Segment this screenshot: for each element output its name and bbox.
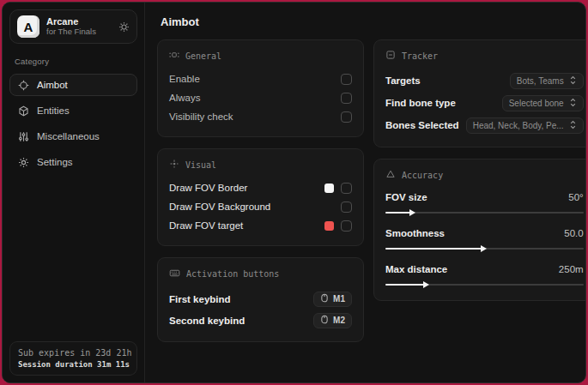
- sidebar: A Arcane for The Finals Category: [3, 3, 145, 382]
- setting-label: Targets: [385, 75, 503, 86]
- setting-row-fov-border: Draw FOV Border: [169, 178, 352, 197]
- slider-label: FOV size: [385, 192, 568, 202]
- unfold-icon: [569, 75, 577, 87]
- dropdown-value: Selected bone: [509, 99, 564, 108]
- mouse-icon: [320, 293, 329, 304]
- setting-row-bones-selected: Bones Selected Head, Neck, Body, Pe...: [385, 114, 584, 136]
- brand-subtitle: for The Finals: [46, 27, 112, 37]
- second-keybind-button[interactable]: M2: [313, 313, 352, 328]
- grid-handle-icon: [169, 50, 179, 62]
- subscription-card: Sub expires in 23d 21h Session duration …: [9, 341, 137, 376]
- keybind-value: M2: [333, 316, 345, 325]
- card-title-label: Tracker: [402, 51, 438, 61]
- slider-value: 50°: [568, 192, 583, 202]
- color-swatch[interactable]: [324, 183, 334, 193]
- fov-size-slider-block: FOV size 50°: [385, 189, 584, 216]
- smoothness-slider-block: Smoothness 50.0: [385, 225, 584, 252]
- setting-row-targets: Targets Bots, Teams: [385, 69, 584, 92]
- fov-background-checkbox[interactable]: [341, 202, 352, 213]
- sub-expires-text: Sub expires in 23d 21h: [18, 348, 129, 358]
- setting-label: Draw FOV target: [169, 220, 318, 231]
- setting-row-enable: Enable: [169, 69, 352, 88]
- unfold-icon: [569, 98, 577, 109]
- slider-thumb[interactable]: [423, 281, 429, 288]
- gear-icon: [18, 157, 29, 168]
- unfold-icon: [569, 120, 577, 131]
- max-distance-slider[interactable]: [385, 280, 584, 288]
- brand-name: Arcane: [46, 16, 112, 27]
- mouse-icon: [320, 315, 329, 326]
- bones-selected-dropdown[interactable]: Head, Neck, Body, Pe...: [466, 117, 584, 134]
- slider-value: 250m: [559, 264, 584, 274]
- setting-label: Draw FOV Border: [169, 183, 318, 193]
- sidebar-item-label: Aimbot: [37, 80, 68, 90]
- category-label: Category: [15, 57, 132, 66]
- setting-label: Draw FOV Background: [169, 202, 334, 212]
- page-title: Aimbot: [161, 15, 573, 28]
- sidebar-item-entities[interactable]: Entities: [9, 99, 137, 122]
- keybind-value: M1: [333, 294, 345, 304]
- session-duration-text: Session duration 31m 11s: [18, 360, 129, 369]
- sliders-icon: [18, 131, 29, 142]
- setting-row-always: Always: [169, 88, 352, 107]
- crosshair-icon: [18, 80, 29, 91]
- setting-row-visibility-check: Visibility check: [169, 107, 352, 126]
- card-title-label: General: [185, 51, 221, 61]
- accuracy-card: Accuracy FOV size 50°: [373, 159, 585, 301]
- slider-thumb[interactable]: [409, 209, 415, 216]
- visibility-check-checkbox[interactable]: [341, 111, 352, 123]
- setting-label: Always: [169, 93, 334, 103]
- setting-row-fov-background: Draw FOV Background: [169, 197, 352, 216]
- fov-target-checkbox[interactable]: [341, 220, 352, 232]
- general-card: General Enable Always Visibility check: [157, 39, 364, 137]
- setting-row-find-bone-type: Find bone type Selected bone: [385, 92, 584, 114]
- first-keybind-button[interactable]: M1: [313, 292, 352, 307]
- visual-card: Visual Draw FOV Border Draw FOV Backgrou…: [157, 148, 364, 246]
- slider-value: 50.0: [564, 228, 583, 238]
- setting-label: Find bone type: [385, 98, 495, 108]
- card-title-label: Visual: [185, 160, 216, 170]
- find-bone-type-dropdown[interactable]: Selected bone: [502, 95, 584, 111]
- color-swatch[interactable]: [324, 221, 334, 231]
- slider-label: Max distance: [385, 264, 559, 274]
- sidebar-item-aimbot[interactable]: Aimbot: [9, 74, 137, 96]
- setting-row-second-keybind: Second keybind M2: [169, 310, 352, 331]
- sidebar-nav: Aimbot Entities Miscellaneous: [9, 74, 137, 173]
- dropdown-value: Bots, Teams: [517, 76, 564, 86]
- targets-dropdown[interactable]: Bots, Teams: [510, 73, 584, 89]
- smoothness-slider[interactable]: [385, 244, 584, 252]
- sidebar-item-label: Settings: [37, 157, 73, 167]
- tracker-card: Tracker Targets Bots, Teams: [373, 39, 585, 147]
- sidebar-item-label: Entities: [37, 105, 70, 116]
- brand-logo: A: [17, 15, 39, 38]
- dropdown-value: Head, Neck, Body, Pe...: [473, 121, 564, 130]
- brand-card: A Arcane for The Finals: [9, 9, 137, 44]
- setting-label: Bones Selected: [385, 120, 459, 130]
- fov-border-checkbox[interactable]: [341, 183, 352, 194]
- app-window: A Arcane for The Finals Category: [2, 2, 586, 383]
- keyboard-icon: [169, 268, 180, 280]
- card-title-label: Accuracy: [402, 171, 443, 180]
- setting-row-first-keybind: First keybind M1: [169, 288, 352, 310]
- always-checkbox[interactable]: [341, 93, 352, 104]
- activation-card: Activation buttons First keybind M1: [157, 257, 364, 342]
- setting-label: First keybind: [169, 294, 306, 304]
- setting-label: Second keybind: [169, 316, 306, 326]
- card-title-label: Activation buttons: [186, 269, 279, 279]
- setting-label: Visibility check: [169, 111, 334, 122]
- scan-box-icon: [385, 50, 396, 62]
- sidebar-item-miscellaneous[interactable]: Miscellaneous: [9, 125, 137, 147]
- enable-checkbox[interactable]: [341, 74, 352, 85]
- setting-row-fov-target: Draw FOV target: [169, 216, 352, 235]
- gear-icon[interactable]: [118, 21, 130, 33]
- slider-label: Smoothness: [385, 228, 564, 238]
- setting-label: Enable: [169, 74, 334, 84]
- sidebar-item-settings[interactable]: Settings: [9, 151, 137, 173]
- sidebar-item-label: Miscellaneous: [37, 131, 100, 141]
- max-distance-slider-block: Max distance 250m: [385, 261, 584, 288]
- triangle-icon: [385, 169, 396, 181]
- slider-thumb[interactable]: [481, 245, 487, 252]
- cube-icon: [18, 105, 29, 117]
- fov-size-slider[interactable]: [385, 208, 584, 216]
- main-panel: Aimbot General Enable: [145, 3, 585, 382]
